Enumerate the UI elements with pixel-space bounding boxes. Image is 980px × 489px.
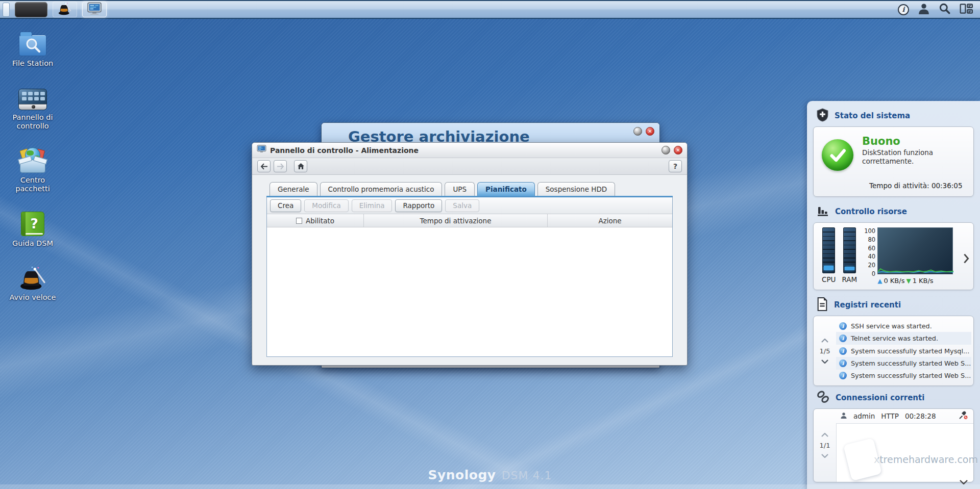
logs-pager: 1/5: [814, 320, 836, 382]
search-button[interactable]: [939, 3, 951, 17]
tab-pianificato[interactable]: Pianificato: [477, 182, 535, 196]
desktop-icon-file-station[interactable]: File Station: [4, 28, 61, 68]
show-desktop-button[interactable]: [3, 3, 10, 17]
salva-button[interactable]: Salva: [445, 199, 479, 212]
dsm-watermark: Synology DSM 4.1: [428, 468, 552, 482]
dialog-titlebar-icon: [257, 145, 266, 156]
info-icon: i: [839, 322, 847, 330]
connections-empty-area: [836, 423, 973, 482]
minimize-button[interactable]: [662, 146, 670, 155]
desktop-icon-label: Centro pacchetti: [8, 176, 58, 193]
recent-logs-box: 1/5 iSSH service was started. iTelnet se…: [813, 316, 974, 386]
connection-row[interactable]: admin HTTP 00:28:28: [836, 409, 973, 423]
pilot-view-icon: [960, 3, 973, 16]
magic-hat-icon: [58, 2, 72, 17]
desktop-icon-dsm-guide[interactable]: ? Guida DSM: [4, 208, 61, 248]
connection-time: 00:28:28: [905, 412, 936, 420]
column-header-abilitato[interactable]: Abilitato: [267, 214, 364, 227]
forward-button[interactable]: [274, 160, 287, 172]
resources-header: Controllo risorse: [816, 204, 974, 219]
pager-count: 1/5: [820, 347, 830, 355]
pager-count: 1/1: [820, 442, 830, 449]
ram-meter: RAM: [842, 227, 857, 284]
download-arrow-icon: ▼: [906, 277, 911, 285]
tab-generale[interactable]: Generale: [270, 182, 317, 196]
pilot-view-button[interactable]: [960, 3, 973, 16]
column-header-tempo-di-attivazione[interactable]: Tempo di attivazione: [364, 214, 548, 227]
logs-header: Registri recenti: [816, 297, 974, 313]
connections-header: Connessioni correnti: [816, 390, 974, 405]
schedule-panel: Crea Modifica Elimina Rapporto Salva Abi…: [266, 197, 673, 357]
column-header-azione[interactable]: Azione: [548, 214, 672, 227]
desktop-icon-label: File Station: [12, 59, 53, 68]
tab-sospensione-hdd[interactable]: Sospensione HDD: [537, 182, 615, 196]
resources-expand-chevron[interactable]: [963, 253, 969, 264]
log-row[interactable]: iSystem successfully started Web S...: [836, 357, 971, 369]
status-value: Buono: [862, 135, 950, 147]
main-menu-button[interactable]: [15, 2, 47, 17]
desktop-icon-package-center[interactable]: Centro pacchetti: [4, 144, 61, 193]
desktop-icon-control-panel[interactable]: Pannello di controllo: [4, 82, 61, 131]
storage-manager-task-button[interactable]: [82, 2, 107, 17]
tab-controllo-promemoria-acustico[interactable]: Controllo promemoria acustico: [320, 182, 443, 196]
status-ok-icon: [822, 139, 853, 171]
modifica-button[interactable]: Modifica: [304, 199, 348, 212]
log-row[interactable]: iSystem successfully started Mysql...: [836, 345, 971, 357]
schedule-toolbar: Crea Modifica Elimina Rapporto Salva: [267, 197, 672, 214]
system-status-header: Stato del sistema: [816, 108, 974, 123]
elimina-button[interactable]: Elimina: [352, 199, 393, 212]
crea-button[interactable]: Crea: [270, 199, 301, 212]
menu-diamond-icon: [26, 4, 30, 8]
connection-user: admin: [853, 412, 875, 420]
desktop-icon-quick-start[interactable]: Avvio veloce: [4, 262, 61, 302]
desktop-icon-label: Pannello di controllo: [8, 113, 58, 131]
person-icon: [840, 412, 847, 421]
ram-label: RAM: [842, 275, 857, 284]
info-button[interactable]: i: [898, 4, 909, 15]
desktop-icon-label: Guida DSM: [12, 239, 53, 248]
connections-box: 1/1 admin HTTP 00:28:28: [813, 408, 974, 482]
minimize-button[interactable]: [633, 127, 642, 136]
select-all-checkbox[interactable]: [296, 218, 302, 224]
sidebar-collapse-chevron[interactable]: [954, 477, 973, 486]
close-icon[interactable]: ✕: [674, 146, 682, 155]
dsm-guide-icon: ?: [18, 208, 47, 236]
log-row[interactable]: iSSH service was started.: [836, 320, 971, 332]
upload-arrow-icon: ▲: [877, 277, 882, 285]
info-icon: i: [839, 334, 847, 342]
table-header: Abilitato Tempo di attivazione Azione: [267, 214, 672, 227]
log-row[interactable]: iSystem successfully started Web S...: [836, 370, 971, 382]
magic-hat-icon: [18, 262, 47, 290]
dialog-title: Pannello di controllo - Alimentazione: [270, 146, 419, 155]
dialog-titlebar[interactable]: Pannello di controllo - Alimentazione ✕: [252, 143, 687, 158]
dialog-navbar: ?: [252, 158, 687, 175]
network-rates: ▲ 0 KB/s ▼ 1 KB/s: [877, 277, 953, 285]
synology-logo: Synology: [428, 468, 496, 482]
search-icon: [939, 3, 951, 17]
quick-launch-button[interactable]: [53, 2, 77, 17]
shield-icon: [816, 108, 829, 124]
y-axis-labels: 100 80 60 40 20 0: [863, 227, 875, 277]
rapporto-button[interactable]: Rapporto: [395, 199, 442, 212]
section-title: Registri recenti: [834, 300, 901, 310]
close-icon[interactable]: ✕: [646, 127, 654, 136]
monitor-window-icon: [87, 2, 102, 17]
pager-up-chevron[interactable]: [821, 339, 828, 343]
bar-chart-icon: [816, 204, 829, 219]
disconnect-icon[interactable]: [959, 411, 968, 421]
pager-up-chevron[interactable]: [821, 433, 828, 437]
tab-ups[interactable]: UPS: [445, 182, 475, 196]
download-rate: 1 KB/s: [913, 277, 934, 285]
system-status-box: Buono DiskStation funziona correttamente…: [813, 126, 974, 197]
pager-down-chevron[interactable]: [821, 454, 828, 458]
log-row[interactable]: iTelnet service was started.: [836, 332, 971, 344]
help-button[interactable]: ?: [669, 160, 682, 172]
home-button[interactable]: [294, 160, 307, 172]
user-icon: [918, 3, 930, 17]
cpu-meter: CPU: [822, 227, 836, 284]
pager-down-chevron[interactable]: [821, 359, 828, 364]
user-button[interactable]: [918, 3, 930, 17]
info-icon: i: [839, 372, 847, 379]
back-button[interactable]: [257, 160, 271, 172]
control-panel-icon: [18, 82, 47, 110]
